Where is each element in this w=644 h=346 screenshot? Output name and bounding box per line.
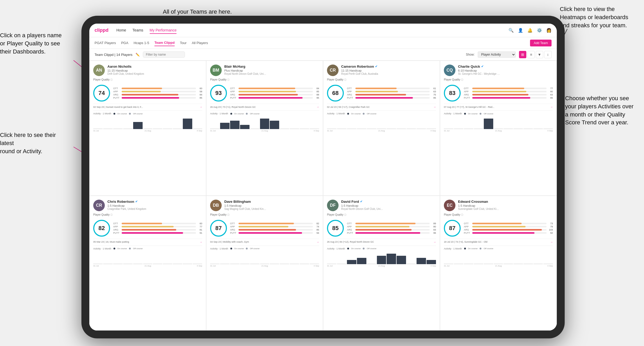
activity-bar — [230, 264, 240, 264]
stat-label: APP — [230, 225, 237, 228]
player-card[interactable]: CQ Charlie Quick ✔ 6-10 Handicap St. Geo… — [440, 61, 557, 196]
activity-bar — [367, 129, 376, 129]
latest-round[interactable]: 02 Sep 23 | Sunset round to get back int… — [93, 104, 202, 108]
quality-section[interactable]: 83 OTT 77 APP 80 ARG 83 PUTT — [444, 85, 553, 102]
activity-bar — [347, 260, 356, 264]
activity-bar — [377, 129, 386, 129]
activity-chart — [93, 251, 202, 264]
sub-nav-tour[interactable]: Tour — [180, 40, 186, 46]
search-icon[interactable]: 🔍 — [508, 28, 514, 33]
stat-bar-fill — [472, 226, 526, 227]
x-label: 31 Jul — [93, 130, 99, 132]
player-name[interactable]: Aaron Nicholls — [107, 65, 202, 68]
activity-chart — [444, 251, 553, 264]
stat-value: 84 — [197, 93, 202, 96]
stat-bar-bg — [238, 94, 313, 95]
latest-round-arrow: → — [433, 105, 436, 108]
add-team-button[interactable]: Add Team — [530, 40, 552, 46]
player-name[interactable]: Edward Crossman — [458, 200, 553, 204]
quality-section[interactable]: 87 OTT 82 APP 74 ARG 85 PUTT — [210, 220, 319, 237]
sub-nav-pga[interactable]: PGA — [121, 40, 128, 46]
player-name[interactable]: Charlie Quick ✔ — [458, 65, 553, 68]
nav-logo[interactable]: clippd — [95, 28, 108, 33]
stat-value: 92 — [548, 232, 553, 234]
legend-offcourse — [363, 113, 365, 115]
activity-bar — [310, 264, 319, 264]
stat-bar-fill — [122, 232, 183, 234]
annotation-player-name: Click on a players nameor Player Quality… — [0, 31, 62, 56]
stat-bar-fill — [472, 229, 542, 231]
activity-bar — [533, 129, 543, 129]
player-name[interactable]: Blair McHarg — [224, 65, 319, 68]
stat-row: ARG 83 — [464, 93, 553, 96]
latest-round[interactable]: 05 Mar 23 | 19, Must make putting → — [93, 239, 202, 243]
latest-round[interactable]: 07 Aug 23 | 77 (+7), St George's Hill GC… — [444, 104, 553, 108]
bell-icon[interactable]: 🔔 — [527, 28, 533, 33]
sub-nav-team-clippd[interactable]: Team Clippd — [154, 40, 175, 46]
stat-label: ARG — [113, 93, 121, 96]
edit-icon[interactable]: ✏️ — [136, 53, 140, 57]
search-input[interactable] — [143, 51, 185, 58]
player-card[interactable]: AN Aaron Nicholls 11-15 Handicap Drift G… — [89, 61, 206, 196]
quality-label: Player Quality ⓘ — [93, 213, 202, 217]
player-card[interactable]: CR Cameron Robertson ✔ 11-15 Handicap Ro… — [323, 61, 440, 196]
latest-round-text: 02 Sep 23 | Sunset round to get back int… — [93, 106, 143, 108]
latest-round[interactable]: 26 Aug 23 | 73 (+1), Royal North Devon G… — [210, 104, 319, 108]
player-name[interactable]: Cameron Robertson ✔ — [341, 65, 436, 68]
latest-round[interactable]: 02 Jul 23 | 59 (+17), Craigmillar Park G… — [327, 104, 436, 108]
stat-row: PUTT 86 — [464, 97, 553, 99]
legend-offcourse-label: Off course — [484, 247, 493, 250]
grid-view-button[interactable]: ⊞ — [519, 51, 526, 58]
activity-bar — [474, 129, 483, 129]
activity-bar — [427, 260, 436, 264]
verified-icon: ✔ — [135, 200, 138, 203]
player-name[interactable]: Chris Robertson ✔ — [107, 200, 202, 204]
sub-nav-all-players[interactable]: All Players — [192, 40, 208, 46]
player-card[interactable]: EC Edward Crossman 1-5 Handicap Sunningd… — [440, 196, 557, 331]
player-club: St. George's Hill GC - Weybridge - Surre… — [458, 72, 500, 75]
stat-bar-fill — [355, 226, 409, 227]
activity-section: Activity · 1 Month On course Off course … — [210, 110, 319, 132]
player-card[interactable]: DF David Ford ✔ 1-5 Handicap Royal North… — [323, 196, 440, 331]
activity-bar — [444, 264, 453, 264]
player-card[interactable]: CR Chris Robertson ✔ 1-5 Handicap Craigm… — [89, 196, 206, 331]
show-select[interactable]: Player Activity Quality Score Trend — [478, 51, 516, 58]
quality-section[interactable]: 93 OTT 84 APP 85 ARG 88 PUTT — [210, 85, 319, 102]
quality-section[interactable]: 87 OTT 73 APP 79 ARG 103 PUTT — [444, 220, 553, 237]
stat-bar-bg — [122, 88, 196, 89]
quality-section[interactable]: 74 OTT 60 APP 58 ARG 84 PUTT — [93, 85, 202, 102]
player-card[interactable]: DB Dave Billingham 1-5 Handicap Sag Magi… — [206, 196, 323, 331]
sub-nav-pgat[interactable]: PGAT Players — [95, 40, 116, 46]
quality-section[interactable]: 85 OTT 89 APP 80 ARG 83 PUTT — [327, 220, 436, 237]
player-handicap: 11-15 Handicap — [341, 69, 436, 72]
person-icon[interactable]: 👤 — [518, 28, 523, 33]
nav-link-home[interactable]: Home — [116, 27, 126, 34]
activity-chart — [210, 251, 319, 264]
stat-row: ARG 83 — [347, 228, 436, 231]
latest-round[interactable]: 04 Sep 23 | Mobility with coach, Gym → — [210, 239, 319, 243]
sub-nav-hcaps[interactable]: Hcaps 1-5 — [134, 40, 149, 46]
activity-label: Activity · 1 Month On course Off course — [444, 112, 553, 115]
activity-bar — [230, 121, 240, 129]
settings-icon[interactable]: ⚙️ — [537, 28, 542, 33]
activity-bar — [113, 264, 123, 264]
nav-link-teams[interactable]: Teams — [132, 27, 143, 34]
latest-round[interactable]: 26 Aug 23 | 84 (+12), Royal North Devon … — [327, 239, 436, 243]
player-header: CR Chris Robertson ✔ 1-5 Handicap Craigm… — [93, 200, 202, 211]
latest-round[interactable]: 18 Jul 23 | 74 (+4), Sunningdale GC - Ol… — [444, 239, 553, 243]
quality-section[interactable]: 68 OTT 61 APP 63 ARG 75 PUTT — [327, 85, 436, 102]
filter-button[interactable]: ▼ — [536, 51, 543, 58]
verified-icon: ✔ — [375, 65, 377, 68]
player-name[interactable]: Dave Billingham — [224, 200, 319, 204]
stat-bar-bg — [472, 226, 547, 227]
sort-button[interactable]: ↕ — [544, 51, 552, 58]
stat-row: PUTT 94 — [230, 232, 319, 234]
list-view-button[interactable]: ≡ — [527, 51, 535, 58]
nav-link-performance[interactable]: My Performance — [150, 27, 177, 34]
player-name[interactable]: David Ford ✔ — [341, 200, 436, 204]
avatar-icon[interactable]: 👩 — [546, 28, 552, 33]
player-info: Cameron Robertson ✔ 11-15 Handicap Royal… — [341, 65, 436, 75]
quality-section[interactable]: 82 OTT 60 APP 77 ARG 81 PUTT — [93, 220, 202, 237]
stat-row: APP 85 — [230, 90, 319, 93]
player-card[interactable]: BM Blair McHarg Plus Handicap Royal Nort… — [206, 61, 323, 196]
